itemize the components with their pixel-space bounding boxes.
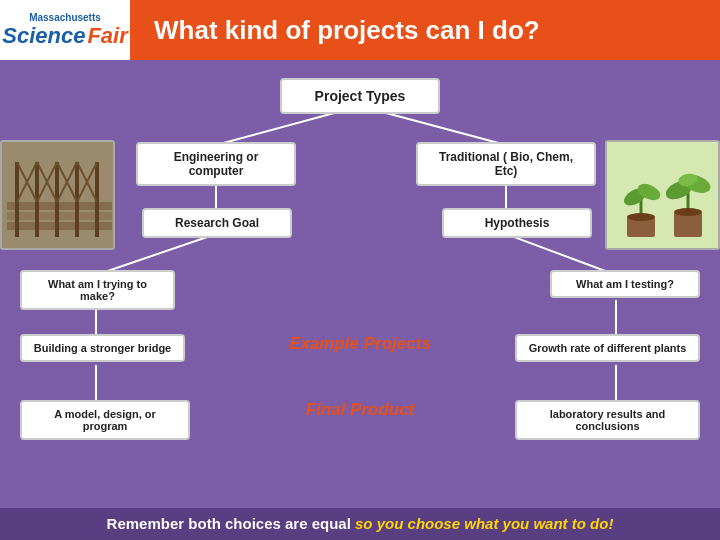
logo-state: Massachusetts: [2, 12, 128, 23]
svg-line-33: [96, 234, 216, 275]
page-title: What kind of projects can I do?: [154, 15, 540, 46]
svg-line-34: [506, 234, 616, 275]
project-types-label: Project Types: [280, 78, 440, 114]
growth-box: Growth rate of different plants: [515, 334, 700, 362]
what-test-box: What am I testing?: [550, 270, 700, 298]
engineering-label: Engineering or computer: [136, 142, 296, 186]
growth-label: Growth rate of different plants: [515, 334, 700, 362]
what-make-box: What am I trying to make?: [20, 270, 175, 310]
lab-box: laboratory results and conclusions: [515, 400, 700, 440]
bridge-box: Building a stronger bridge: [20, 334, 185, 362]
traditional-label: Traditional ( Bio, Chem, Etc): [416, 142, 596, 186]
header-title-bar: What kind of projects can I do?: [130, 0, 720, 60]
what-test-label: What am I testing?: [550, 270, 700, 298]
bottom-text-emphasis: so you choose what you want to do!: [355, 515, 613, 532]
bottom-bar: Remember both choices are equal so you c…: [0, 508, 720, 540]
engineering-box: Engineering or computer: [136, 142, 296, 186]
research-goal-box: Research Goal: [142, 208, 292, 238]
hypothesis-box: Hypothesis: [442, 208, 592, 238]
logo-science: Science: [2, 23, 85, 49]
bridge-label: Building a stronger bridge: [20, 334, 185, 362]
final-product-label: Final Product: [306, 400, 415, 420]
research-goal-label: Research Goal: [142, 208, 292, 238]
main-content: Project Types Engineering or computer Tr…: [0, 60, 720, 530]
logo-area: Massachusetts Science Fair: [0, 0, 130, 60]
hypothesis-label: Hypothesis: [442, 208, 592, 238]
bottom-text: Remember both choices are equal so you c…: [107, 515, 614, 532]
tree-container: Project Types Engineering or computer Tr…: [16, 70, 704, 490]
model-box: A model, design, or program: [20, 400, 190, 440]
model-label: A model, design, or program: [20, 400, 190, 440]
example-projects-label: Example Projects: [289, 334, 431, 354]
header: Massachusetts Science Fair What kind of …: [0, 0, 720, 60]
bottom-text-plain: Remember both choices are equal: [107, 515, 355, 532]
what-make-label: What am I trying to make?: [20, 270, 175, 310]
traditional-box: Traditional ( Bio, Chem, Etc): [416, 142, 596, 186]
logo-fair: Fair: [87, 23, 127, 49]
project-types-box: Project Types: [280, 78, 440, 114]
lab-label: laboratory results and conclusions: [515, 400, 700, 440]
